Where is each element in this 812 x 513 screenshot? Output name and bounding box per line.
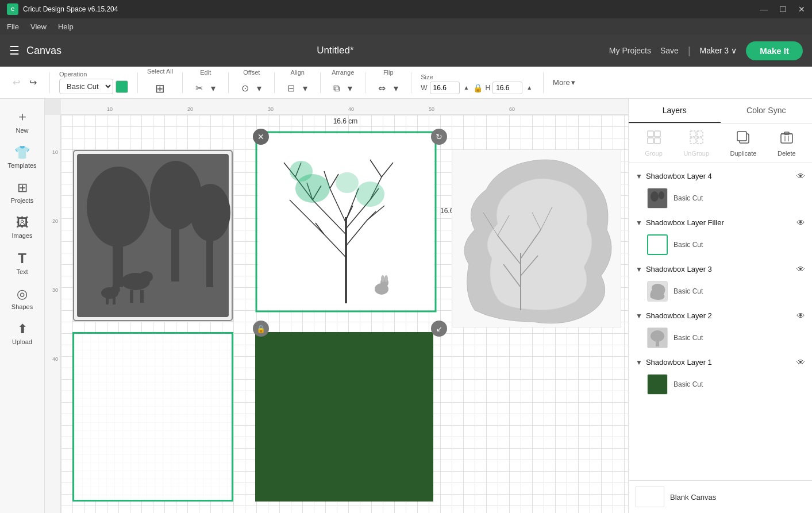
duplicate-icon	[735, 129, 751, 149]
edit-label: Edit	[200, 69, 211, 76]
edit-dropdown[interactable]: ▾	[207, 80, 219, 96]
arrange-dropdown[interactable]: ▾	[344, 80, 356, 96]
offset-dropdown[interactable]: ▾	[253, 80, 265, 96]
menu-help[interactable]: Help	[58, 22, 74, 31]
arrange-button[interactable]: ⧉	[330, 81, 343, 96]
duplicate-action[interactable]: Duplicate	[730, 129, 757, 157]
my-projects-button[interactable]: My Projects	[609, 46, 651, 55]
sidebar-label-new: New	[16, 127, 28, 134]
sidebar-item-templates[interactable]: 👕 Templates	[3, 141, 42, 173]
blank-canvas-label: Blank Canvas	[670, 493, 716, 502]
collapse-icon-4: ▼	[636, 172, 642, 180]
svg-rect-7	[206, 238, 213, 287]
flip-button[interactable]: ⇔	[375, 80, 389, 96]
align-icons: ⊟ ▾	[284, 80, 311, 96]
offset-button[interactable]: ⊙	[238, 80, 252, 96]
color-swatch[interactable]	[116, 80, 128, 93]
size-inputs: W ▲ 🔒 H ▲	[421, 82, 534, 94]
maximize-button[interactable]: ☐	[779, 5, 787, 14]
sidebar-item-upload[interactable]: ⬆ Upload	[3, 317, 42, 350]
operation-select[interactable]: Basic Cut	[59, 79, 113, 94]
edit-button[interactable]: ✂	[192, 80, 206, 96]
layer-header-4[interactable]: ▼ Shadowbox Layer 4 👁	[629, 168, 812, 184]
align-dropdown[interactable]: ▾	[299, 80, 311, 96]
rotate-handle[interactable]: ↻	[431, 129, 447, 145]
sidebar-item-images[interactable]: 🖼 Images	[3, 211, 42, 244]
height-input[interactable]	[492, 82, 522, 94]
sidebar-item-new[interactable]: ＋ New	[3, 103, 42, 138]
svg-point-82	[651, 330, 664, 342]
more-chevron-icon: ▾	[571, 78, 575, 87]
close-button[interactable]: ✕	[798, 5, 805, 14]
ruler-left: 10 20 30 40	[45, 115, 61, 513]
undo-button[interactable]: ↩	[9, 75, 24, 90]
collapse-icon-1: ▼	[636, 358, 642, 367]
layer-eye-3[interactable]: 👁	[796, 264, 805, 274]
group-action[interactable]: Group	[645, 129, 663, 157]
right-panel: Layers Color Sync Group	[628, 99, 812, 513]
canvas-element-woodland[interactable]	[452, 149, 621, 327]
layer-item-4[interactable]: Basic Cut	[629, 184, 812, 212]
undo-redo-group: ↩ ↪	[5, 75, 45, 90]
layer-eye-4[interactable]: 👁	[796, 171, 805, 181]
layer-item-1[interactable]: Basic Cut	[629, 371, 812, 398]
layer-thumb-4	[647, 188, 668, 209]
lock-aspect-icon[interactable]: 🔒	[473, 83, 483, 92]
canvas-element-green-tree[interactable]	[255, 131, 437, 313]
width-input[interactable]	[430, 82, 460, 94]
lock-handle[interactable]: 🔒	[253, 321, 269, 337]
svg-point-45	[356, 182, 384, 207]
layer-header-2[interactable]: ▼ Shadowbox Layer 2 👁	[629, 307, 812, 324]
height-up[interactable]: ▲	[525, 84, 534, 91]
delete-action[interactable]: Delete	[778, 129, 796, 157]
canvas-element-dark-green[interactable]	[255, 332, 433, 502]
layer-header-1[interactable]: ▼ Shadowbox Layer 1 👁	[629, 354, 812, 371]
ruler-mark-left-10: 10	[52, 149, 58, 155]
resize-handle[interactable]: ↙	[431, 321, 447, 337]
panel-actions: Group UnGroup	[629, 124, 812, 163]
group-label: Group	[645, 150, 663, 157]
sidebar-item-projects[interactable]: ⊞ Projects	[3, 176, 42, 209]
machine-chevron-icon: ∨	[731, 46, 737, 55]
hamburger-menu[interactable]: ☰	[9, 44, 20, 57]
shapes-icon: ◎	[17, 287, 28, 302]
close-handle[interactable]: ✕	[253, 129, 269, 145]
layer-item-3[interactable]: Basic Cut	[629, 277, 812, 305]
minimize-button[interactable]: —	[760, 5, 768, 14]
layer-header-3[interactable]: ▼ Shadowbox Layer 3 👁	[629, 261, 812, 277]
layer-eye-1[interactable]: 👁	[796, 357, 805, 367]
sidebar-item-text[interactable]: T Text	[3, 246, 42, 280]
operation-select-wrap: Basic Cut	[59, 79, 128, 94]
divider-1	[49, 72, 50, 93]
canvas-element-green-frame[interactable]	[72, 332, 233, 502]
select-all-button[interactable]: ⊞	[152, 79, 168, 98]
machine-selector[interactable]: Maker 3 ∨	[700, 46, 737, 55]
ungroup-action[interactable]: UnGroup	[683, 129, 709, 157]
arrange-label: Arrange	[332, 69, 354, 76]
canvas-grid[interactable]: 16.6 cm 16.6 cm	[61, 115, 628, 513]
layer-item-2[interactable]: Basic Cut	[629, 324, 812, 352]
align-button[interactable]: ⊟	[284, 80, 298, 96]
save-button[interactable]: Save	[660, 46, 679, 55]
layer-eye-filler[interactable]: 👁	[796, 218, 805, 227]
sidebar-item-shapes[interactable]: ◎ Shapes	[3, 282, 42, 315]
tab-layers[interactable]: Layers	[629, 99, 721, 123]
divider-6	[320, 72, 321, 93]
redo-button[interactable]: ↪	[26, 75, 40, 90]
operation-label: Operation	[59, 71, 128, 78]
menu-view[interactable]: View	[30, 22, 47, 31]
more-button[interactable]: More ▾	[548, 76, 580, 89]
flip-dropdown[interactable]: ▾	[390, 80, 402, 96]
ruler-mark-20: 20	[187, 106, 193, 112]
ruler-top: 10 20 30 40 50 60	[61, 99, 628, 115]
make-it-button[interactable]: Make It	[746, 41, 803, 60]
layer-header-filler[interactable]: ▼ Shadowbox Layer Filler 👁	[629, 214, 812, 231]
tab-color-sync[interactable]: Color Sync	[721, 99, 813, 123]
canvas-area: 10 20 30 40 50 60 10 20 30 40 16.6 cm 16…	[45, 99, 628, 513]
menu-file[interactable]: File	[7, 22, 19, 31]
width-up[interactable]: ▲	[462, 84, 471, 91]
svg-point-44	[290, 161, 313, 182]
layer-eye-2[interactable]: 👁	[796, 311, 805, 321]
layer-item-filler[interactable]: Basic Cut	[629, 231, 812, 259]
canvas-element-dark-trees[interactable]	[72, 149, 233, 322]
